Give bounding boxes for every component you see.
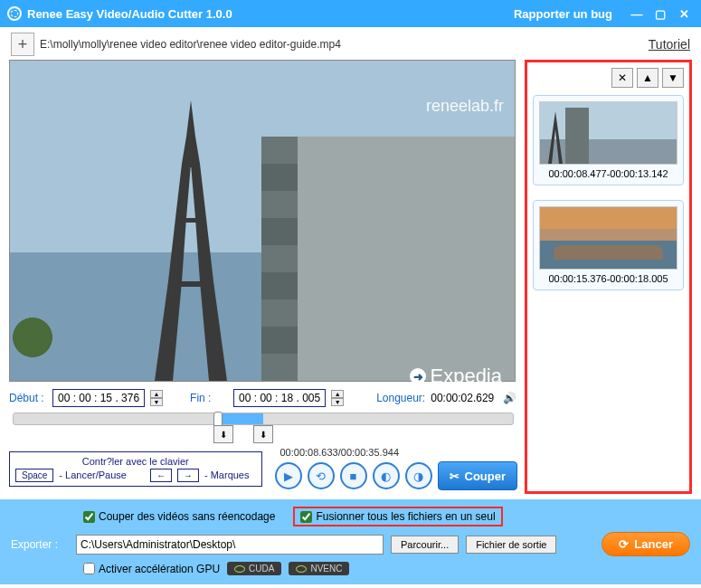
report-bug-link[interactable]: Rapporter un bug <box>514 7 612 21</box>
app-logo-icon <box>7 6 22 21</box>
tutoriel-link[interactable]: Tutoriel <box>649 37 690 52</box>
svg-rect-1 <box>175 218 206 223</box>
longueur-label: Longueur: <box>376 392 425 404</box>
key-space: Space <box>15 469 53 482</box>
clip-time-range: 00:00:15.376-00:00:18.005 <box>539 273 677 284</box>
building-graphic <box>261 137 515 381</box>
mark-out-button[interactable]: ◑ <box>405 462 432 489</box>
svg-rect-2 <box>182 164 200 167</box>
svg-rect-0 <box>168 281 213 287</box>
couper-button[interactable]: ✂Couper <box>438 461 518 490</box>
watermark-expedia: ➜Expedia <box>410 365 502 388</box>
playback-position: 00:00:08.633/00:00:35.944 <box>280 447 518 458</box>
eiffel-tower-graphic <box>150 100 232 381</box>
debut-label: Début : <box>9 392 47 404</box>
maximize-button[interactable]: ▢ <box>650 5 670 22</box>
clips-panel: ✕ ▲ ▼ 00:00:08.477-00:00:13.142 00:00:15… <box>525 60 692 494</box>
clip-item[interactable]: 00:00:08.477-00:00:13.142 <box>533 95 684 185</box>
longueur-value: 00:00:02.629 <box>431 392 494 404</box>
key-left: ← <box>150 469 172 482</box>
key-right: → <box>177 469 199 482</box>
prev-frame-button[interactable]: ⟲ <box>308 462 335 489</box>
pathbar: + E:\molly\molly\renee video editor\rene… <box>0 27 701 60</box>
parcourir-button[interactable]: Parcourir... <box>391 536 459 554</box>
close-button[interactable]: ✕ <box>674 5 694 22</box>
exporter-label: Exporter : <box>11 538 69 551</box>
nvenc-badge: NVENC <box>289 562 349 575</box>
debut-input[interactable]: 00 : 00 : 15 . 376 <box>52 389 145 407</box>
scissors-icon: ✂ <box>450 469 459 483</box>
no-reencode-checkbox[interactable]: Couper des vidéos sans réencodage <box>83 510 275 523</box>
time-row: Début : 00 : 00 : 15 . 376 ▲▼ Fin : 00 :… <box>9 389 517 407</box>
minimize-button[interactable]: — <box>627 5 647 22</box>
clip-time-range: 00:00:08.477-00:00:13.142 <box>539 168 677 179</box>
watermark-reneelab: reneelab.fr <box>426 97 504 116</box>
clip-thumbnail <box>539 101 677 165</box>
cuda-badge: CUDA <box>227 562 281 575</box>
clip-move-down-button[interactable]: ▼ <box>662 68 684 88</box>
refresh-icon: ⟳ <box>619 537 629 551</box>
titlebar: Renee Easy Video/Audio Cutter 1.0.0 Rapp… <box>0 0 701 27</box>
file-path: E:\molly\molly\renee video editor\renee … <box>40 38 643 51</box>
volume-icon[interactable]: 🔊 <box>503 392 516 404</box>
clip-delete-button[interactable]: ✕ <box>611 68 633 88</box>
marker-start[interactable]: ⬇ <box>213 425 233 443</box>
video-preview[interactable]: reneelab.fr ➜Expedia <box>9 60 516 382</box>
export-path-input[interactable] <box>76 535 384 555</box>
debut-spinner[interactable]: ▲▼ <box>150 390 163 406</box>
stop-button[interactable]: ■ <box>340 462 367 489</box>
fin-label: Fin : <box>190 392 228 404</box>
keyboard-help: Contr?ler avec le clavier Space - Lancer… <box>9 451 262 487</box>
add-file-button[interactable]: + <box>11 33 34 56</box>
fin-input[interactable]: 00 : 00 : 18 . 005 <box>233 389 326 407</box>
clip-move-up-button[interactable]: ▲ <box>637 68 658 88</box>
play-button[interactable]: ▶ <box>275 462 302 489</box>
timeline-slider[interactable] <box>13 413 514 425</box>
fin-spinner[interactable]: ▲▼ <box>331 390 344 406</box>
clip-thumbnail <box>539 206 677 270</box>
clip-item[interactable]: 00:00:15.376-00:00:18.005 <box>533 200 684 290</box>
bottom-panel: Couper des vidéos sans réencodage Fusion… <box>0 499 701 584</box>
gpu-accel-checkbox[interactable]: Activer accélération GPU <box>83 563 220 575</box>
fichier-sortie-button[interactable]: Fichier de sortie <box>466 536 556 554</box>
merge-files-checkbox[interactable]: Fusionner tous les fichiers en un seul <box>293 507 502 526</box>
app-title: Renee Easy Video/Audio Cutter 1.0.0 <box>27 7 514 21</box>
mark-in-button[interactable]: ◐ <box>373 462 400 489</box>
marker-end[interactable]: ⬇ <box>253 425 273 443</box>
lancer-button[interactable]: ⟳Lancer <box>602 532 690 556</box>
